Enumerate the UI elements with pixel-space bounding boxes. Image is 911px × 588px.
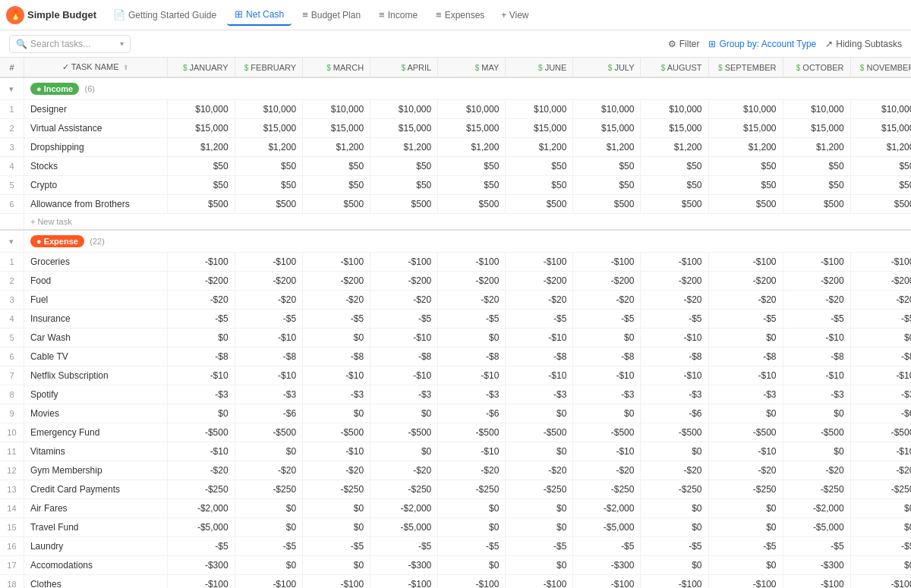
row-name[interactable]: Stocks <box>24 157 167 176</box>
row-name[interactable]: Gym Membership <box>24 461 167 480</box>
row-name[interactable]: Groceries <box>24 253 167 272</box>
row-name[interactable]: Air Fares <box>24 499 167 518</box>
tab-net-cash[interactable]: ⊞ Net Cash <box>227 4 292 26</box>
row-name[interactable]: Insurance <box>24 310 167 329</box>
row-sep: -$20 <box>708 461 783 480</box>
row-name[interactable]: Fuel <box>24 291 167 310</box>
row-mar: $0 <box>303 556 370 575</box>
row-feb: -$100 <box>235 575 302 589</box>
tab-getting-started[interactable]: 📄 Getting Started Guide <box>106 5 224 25</box>
row-aug: -$100 <box>641 575 708 589</box>
row-jul: -$5 <box>573 310 641 329</box>
row-aug: -$20 <box>641 461 708 480</box>
row-oct: -$250 <box>783 480 850 499</box>
table-row: 18 Clothes -$100-$100-$100-$100-$100-$10… <box>0 575 911 589</box>
table-row: 3 Dropshipping $1,200$1,200$1,200$1,200$… <box>0 138 911 157</box>
income-badge: ● Income <box>30 83 79 95</box>
row-name[interactable]: Spotify <box>24 385 167 404</box>
row-aug: $0 <box>641 518 708 537</box>
row-jan: -$10 <box>167 366 235 385</box>
row-name[interactable]: Dropshipping <box>24 138 167 157</box>
toolbar-right: ⚙ Filter ⊞ Group by: Account Type ↗ Hidi… <box>668 39 902 49</box>
row-name[interactable]: Movies <box>24 404 167 423</box>
row-jan: $0 <box>167 404 235 423</box>
row-jul: -$8 <box>573 347 641 366</box>
row-name[interactable]: Laundry <box>24 537 167 556</box>
task-icon: ✓ <box>62 62 69 71</box>
row-jan: -$500 <box>167 423 235 442</box>
col-task-name[interactable]: ✓ TASK NAME ⬆ <box>24 58 167 77</box>
income-new-task[interactable]: + New task <box>0 214 911 231</box>
row-name[interactable]: Cable TV <box>24 347 167 366</box>
row-oct: -$500 <box>783 423 850 442</box>
tab-budget-plan[interactable]: ≡ Budget Plan <box>295 5 368 25</box>
row-sep: -$10 <box>708 442 783 461</box>
row-apr: -$20 <box>370 461 438 480</box>
filter-button[interactable]: ⚙ Filter <box>668 39 700 49</box>
tab-income[interactable]: ≡ Income <box>371 5 425 25</box>
table-row: 14 Air Fares -$2,000$0$0-$2,000$0$0-$2,0… <box>0 499 911 518</box>
row-jun: $0 <box>506 404 573 423</box>
row-name[interactable]: Crypto <box>24 176 167 195</box>
row-feb: -$200 <box>235 272 302 291</box>
row-aug: -$100 <box>641 253 708 272</box>
row-name[interactable]: Vitamins <box>24 442 167 461</box>
row-sep: $0 <box>708 556 783 575</box>
col-november: $ NOVEMBER <box>850 58 911 77</box>
table-container: # ✓ TASK NAME ⬆ $ JANUARY $ FEBRUARY $ M… <box>0 58 911 588</box>
row-apr: -$100 <box>370 253 438 272</box>
row-feb: -$500 <box>235 423 302 442</box>
hiding-subtasks-button[interactable]: ↗ Hiding Subtasks <box>825 39 902 49</box>
sort-icon: ⬆ <box>123 64 129 71</box>
row-oct: $1,200 <box>783 138 850 157</box>
row-oct: -$10 <box>783 366 850 385</box>
tab-expenses[interactable]: ≡ Expenses <box>428 5 492 25</box>
row-jul: $50 <box>573 176 641 195</box>
row-aug: -$3 <box>641 385 708 404</box>
row-num: 13 <box>0 480 24 499</box>
row-may: -$10 <box>438 366 506 385</box>
row-apr: -$8 <box>370 347 438 366</box>
row-feb: $0 <box>235 442 302 461</box>
group-by-button[interactable]: ⊞ Group by: Account Type <box>708 39 816 49</box>
row-jun: -$10 <box>506 329 573 347</box>
row-aug: -$200 <box>641 272 708 291</box>
row-aug: $50 <box>641 157 708 176</box>
row-name[interactable]: Emergency Fund <box>24 423 167 442</box>
row-name[interactable]: Virtual Assistance <box>24 119 167 138</box>
table-row: 10 Emergency Fund -$500-$500-$500-$500-$… <box>0 423 911 442</box>
row-num: 16 <box>0 537 24 556</box>
row-name[interactable]: Car Wash <box>24 329 167 347</box>
row-sep: $50 <box>708 157 783 176</box>
row-feb: -$100 <box>235 253 302 272</box>
expense-chevron[interactable]: ▾ <box>0 230 24 253</box>
row-may: $50 <box>438 176 506 195</box>
row-name[interactable]: Clothes <box>24 575 167 589</box>
income-chevron[interactable]: ▾ <box>0 77 24 100</box>
row-sep: -$100 <box>708 253 783 272</box>
row-name[interactable]: Food <box>24 272 167 291</box>
row-name[interactable]: Allowance from Brothers <box>24 195 167 214</box>
row-apr: -$200 <box>370 272 438 291</box>
row-jun: $0 <box>506 499 573 518</box>
row-num: 7 <box>0 366 24 385</box>
row-name[interactable]: Designer <box>24 100 167 119</box>
row-jun: $0 <box>506 556 573 575</box>
row-jul: -$500 <box>573 423 641 442</box>
row-name[interactable]: Accomodations <box>24 556 167 575</box>
toolbar: 🔍 Search tasks... ▾ ⚙ Filter ⊞ Group by:… <box>0 30 911 58</box>
row-jun: $0 <box>506 442 573 461</box>
row-nov: $0 <box>850 499 911 518</box>
row-nov: -$3 <box>850 385 911 404</box>
row-name[interactable]: Netflix Subscription <box>24 366 167 385</box>
tab-add-view[interactable]: + View <box>495 5 534 25</box>
row-aug: -$250 <box>641 480 708 499</box>
row-apr: $1,200 <box>370 138 438 157</box>
row-aug: $500 <box>641 195 708 214</box>
row-name[interactable]: Travel Fund <box>24 518 167 537</box>
search-box[interactable]: 🔍 Search tasks... ▾ <box>9 35 131 53</box>
row-mar: -$8 <box>303 347 370 366</box>
row-name[interactable]: Credit Card Payments <box>24 480 167 499</box>
row-may: $0 <box>438 499 506 518</box>
row-may: -$8 <box>438 347 506 366</box>
